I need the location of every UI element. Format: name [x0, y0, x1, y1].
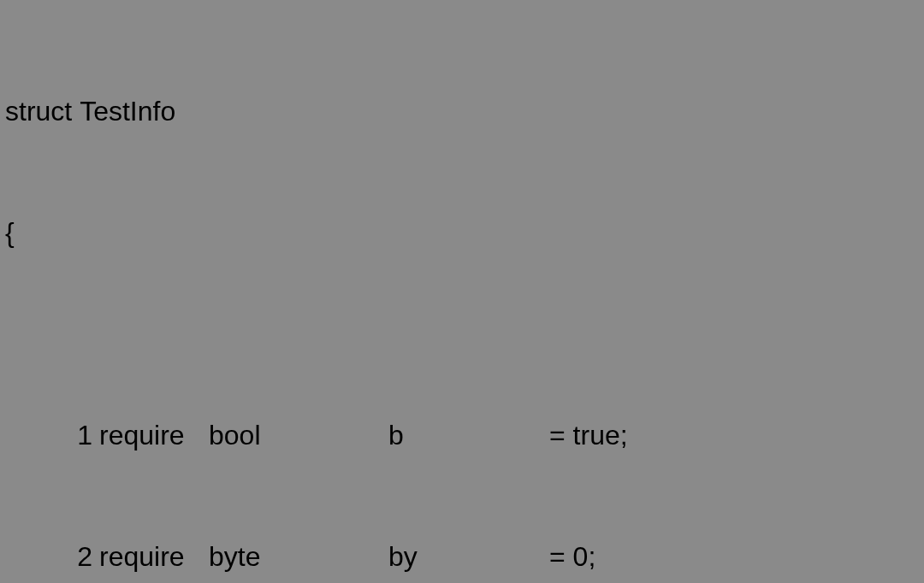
field-type: byte	[209, 537, 388, 577]
field-num: 2	[46, 537, 92, 577]
field-var: b	[388, 415, 549, 456]
field-var: by	[388, 537, 549, 577]
field-modifier: require	[92, 415, 209, 456]
field-modifier: require	[92, 537, 209, 577]
code-block: struct TestInfo { 1 require bool b = tru…	[0, 0, 924, 583]
open-brace: {	[5, 213, 919, 253]
struct-declaration: struct TestInfo	[5, 91, 919, 132]
struct-name: TestInfo	[80, 91, 175, 132]
field-row: 1 require bool b = true;	[5, 415, 919, 456]
field-value: = true;	[549, 415, 919, 456]
field-value: = 0;	[549, 537, 919, 577]
field-type: bool	[209, 415, 388, 456]
field-num: 1	[46, 415, 92, 456]
field-row: 2 require byte by = 0;	[5, 537, 919, 577]
struct-keyword: struct	[5, 91, 72, 132]
